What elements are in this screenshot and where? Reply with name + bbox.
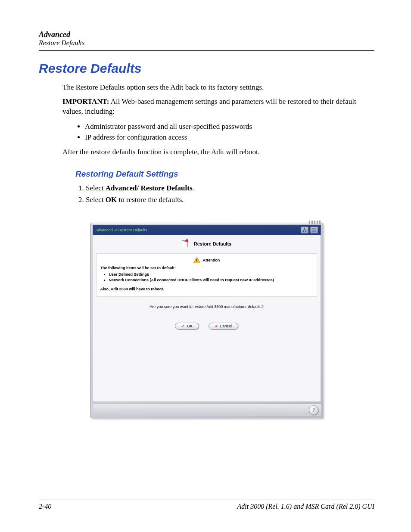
content-pane: Restore Defaults Attention The following… (93, 235, 321, 402)
page-title: Restore Defaults (39, 61, 374, 76)
attention-line1: The following items will be set to defau… (100, 266, 313, 270)
steps-list: Select Advanced/ Restore Defaults. Selec… (75, 182, 374, 205)
svg-rect-1 (303, 231, 304, 232)
breadcrumb-text: Advanced -> Restore Defaults (96, 228, 147, 232)
gui-screenshot: Advanced -> Restore Defaults Restore Def… (90, 223, 323, 418)
warning-icon (193, 257, 200, 263)
button-row: ✓ OK X Cancel (97, 323, 316, 330)
ok-button-label: OK (187, 324, 193, 328)
step-item: Select Advanced/ Restore Defaults. (86, 182, 374, 194)
sub-title: Restoring Default Settings (75, 169, 374, 179)
important-bullets: Administrator password and all user-spec… (75, 121, 374, 143)
cancel-button-label: Cancel (220, 324, 232, 328)
attention-list: User Defined Settings Network Connection… (109, 272, 313, 283)
step-item: Select OK to restore the defaults. (86, 194, 374, 205)
attention-line2: Also, Adit 3500 will have to reboot. (100, 287, 313, 291)
svg-rect-8 (196, 261, 197, 262)
attention-item: User Defined Settings (109, 272, 313, 277)
sitemap-icon[interactable] (301, 227, 308, 233)
attention-box: Attention The following items will be se… (97, 253, 317, 297)
cancel-button[interactable]: X Cancel (209, 323, 238, 330)
svg-rect-7 (196, 259, 197, 261)
breadcrumb-bar: Advanced -> Restore Defaults (93, 225, 321, 235)
bullet-item: IP address for configuration access (85, 132, 374, 143)
gui-window: Advanced -> Restore Defaults Restore Def… (90, 223, 323, 418)
header-section-title: Advanced (39, 30, 374, 39)
list-icon[interactable] (310, 227, 318, 233)
bottom-rule (39, 500, 374, 500)
x-icon: X (215, 324, 218, 328)
svg-rect-0 (304, 228, 305, 229)
help-icon[interactable]: ? (309, 405, 318, 415)
confirm-area: Are you sure you want to restore Adit 35… (93, 297, 321, 340)
attention-head: Attention (100, 257, 313, 263)
panel-header: Restore Defaults (93, 235, 321, 253)
after-paragraph: After the restore defaults function is c… (62, 147, 374, 157)
page-footer: 2-40 Adit 3000 (Rel. 1.6) and MSR Card (… (39, 500, 374, 510)
intro-paragraph: The Restore Defaults option sets the Adi… (62, 83, 374, 93)
bullet-item: Administrator password and all user-spec… (85, 121, 374, 132)
top-rule (39, 50, 374, 51)
important-paragraph: IMPORTANT: All Web-based management sett… (62, 97, 374, 117)
ok-button[interactable]: ✓ OK (175, 323, 199, 330)
restore-defaults-icon (182, 240, 190, 248)
svg-rect-2 (305, 231, 306, 232)
page-number: 2-40 (39, 503, 51, 510)
footer-bar: ? (93, 404, 321, 416)
doc-title: Adit 3000 (Rel. 1.6) and MSR Card (Rel 2… (237, 503, 374, 510)
header-subsection-title: Restore Defaults (39, 39, 374, 47)
attention-label: Attention (203, 258, 220, 262)
header-section: Advanced Restore Defaults (39, 30, 374, 47)
confirm-text: Are you sure you want to restore Adit 35… (97, 305, 316, 309)
panel-header-text: Restore Defaults (194, 241, 231, 246)
important-label: IMPORTANT: (62, 97, 109, 106)
check-icon: ✓ (181, 324, 185, 328)
breadcrumb-icons (301, 227, 318, 233)
attention-item: Network Connections (All connected DHCP … (109, 277, 313, 283)
